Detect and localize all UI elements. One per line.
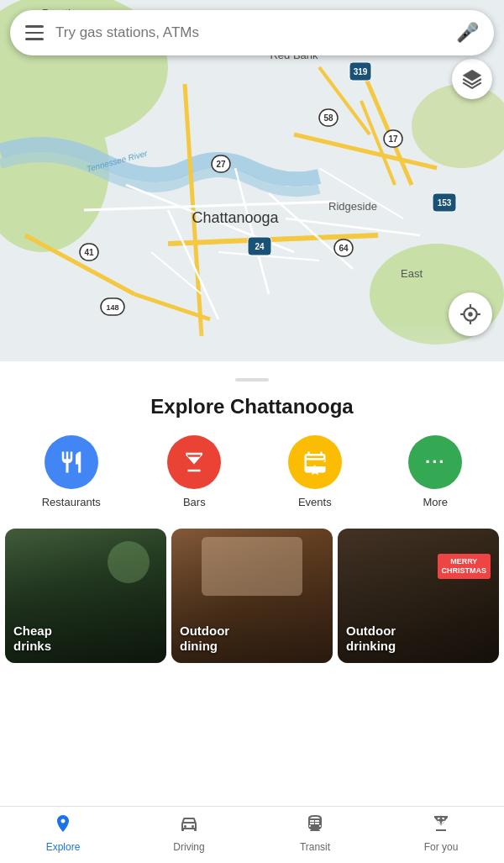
transit-nav-label: Transit <box>300 841 330 853</box>
svg-text:58: 58 <box>323 113 333 123</box>
svg-text:East: East <box>401 267 423 280</box>
foryou-nav-label: For you <box>424 841 459 853</box>
nav-for-you[interactable]: For you <box>412 813 470 853</box>
events-label: Events <box>298 496 332 508</box>
svg-text:41: 41 <box>84 248 94 257</box>
nav-explore[interactable]: Explore <box>34 813 92 853</box>
more-icon-circle: ··· <box>408 435 462 489</box>
hamburger-menu-icon[interactable] <box>25 25 44 40</box>
card-cheap-drinks-label: Cheap drinks <box>13 624 52 655</box>
card-outdoor-dining-label: Outdoor dining <box>180 624 229 655</box>
categories-row: Restaurants Bars Events <box>0 435 504 525</box>
svg-text:Ridgeside: Ridgeside <box>328 200 377 213</box>
explore-section: Explore Chattanooga Restaurants Bars <box>0 361 504 676</box>
microphone-icon[interactable]: 🎤 <box>456 22 479 44</box>
svg-text:24: 24 <box>255 242 265 251</box>
map-layers-button[interactable] <box>452 59 492 99</box>
nav-transit[interactable]: Transit <box>286 813 344 853</box>
card-cheap-drinks[interactable]: Cheap drinks <box>5 529 166 663</box>
bottom-navigation: Explore Driving Transit For you <box>0 806 504 863</box>
search-input[interactable] <box>55 24 444 41</box>
bars-icon-circle <box>167 435 221 489</box>
driving-nav-label: Driving <box>173 841 204 853</box>
svg-text:27: 27 <box>216 160 226 169</box>
foryou-nav-icon <box>431 813 451 839</box>
driving-nav-icon <box>179 813 199 839</box>
card-outdoor-drinking-label: Outdoor drinking <box>346 624 396 655</box>
svg-text:148: 148 <box>106 303 118 312</box>
card-outdoor-drinking[interactable]: MERRYCHRISTMAS Outdoor drinking <box>338 529 499 663</box>
svg-rect-46 <box>0 319 504 361</box>
svg-text:64: 64 <box>339 244 349 253</box>
svg-point-49 <box>468 312 472 316</box>
explore-title: Explore Chattanooga <box>0 387 504 435</box>
transit-nav-icon <box>305 813 325 839</box>
svg-text:17: 17 <box>388 134 398 144</box>
explore-nav-label: Explore <box>46 841 81 853</box>
drag-handle[interactable] <box>0 370 504 387</box>
restaurants-icon-circle <box>45 435 98 489</box>
category-bars[interactable]: Bars <box>167 435 221 508</box>
explore-nav-icon <box>53 813 73 839</box>
category-restaurants[interactable]: Restaurants <box>42 435 101 508</box>
restaurants-label: Restaurants <box>42 496 101 508</box>
search-bar[interactable]: 🎤 <box>10 10 494 55</box>
image-cards-row: Cheap drinks Outdoor dining MERRYCHRISTM… <box>0 525 504 676</box>
more-label: More <box>423 496 448 508</box>
category-events[interactable]: Events <box>288 435 342 508</box>
svg-text:153: 153 <box>438 198 452 208</box>
locate-button[interactable] <box>449 292 492 336</box>
nav-driving[interactable]: Driving <box>160 813 218 853</box>
events-icon-circle <box>288 435 342 489</box>
card-outdoor-dining[interactable]: Outdoor dining <box>171 529 333 663</box>
bars-label: Bars <box>183 496 206 508</box>
merry-christmas-sign: MERRYCHRISTMAS <box>438 554 491 579</box>
category-more[interactable]: ··· More <box>408 435 462 508</box>
svg-marker-47 <box>463 70 481 81</box>
drag-handle-bar <box>235 378 269 382</box>
svg-text:319: 319 <box>354 67 368 76</box>
svg-text:Chattanooga: Chattanooga <box>192 209 279 226</box>
map-area[interactable]: 319 58 17 153 27 41 24 148 64 Chat <box>0 0 504 361</box>
